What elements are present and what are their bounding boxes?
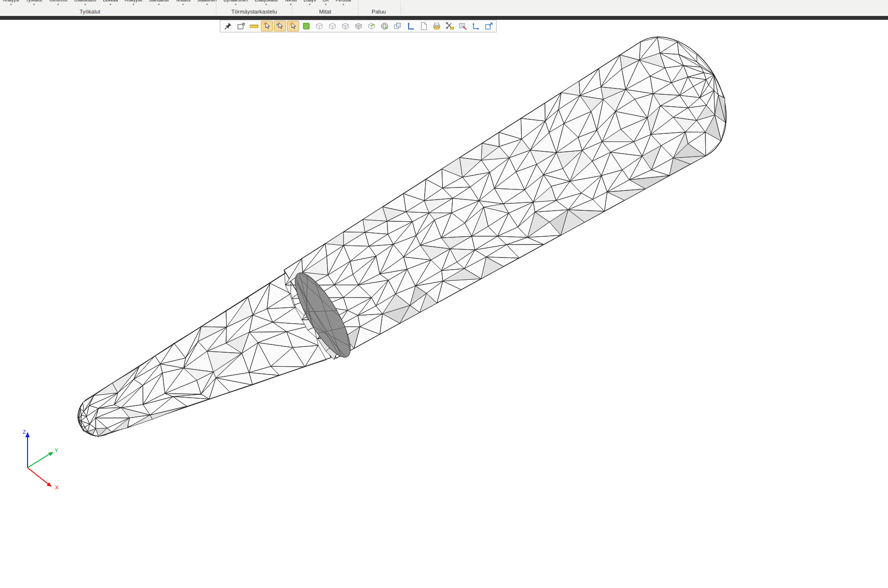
view-toolbar [220, 20, 497, 32]
print-icon [432, 21, 442, 31]
print-icon[interactable] [430, 21, 443, 31]
ribbon-group-label-0: Työkalut [80, 9, 100, 14]
hidden-line-cube-icon [328, 21, 337, 31]
solid-view-icon [301, 21, 311, 31]
ribbon-group-label-2: Mitat [319, 9, 331, 14]
ribbon-group-label-3: Paluu [372, 9, 386, 14]
menu-item-9[interactable]: Dynaaminen [224, 0, 248, 6]
export-curve-icon[interactable] [404, 21, 416, 31]
ribbon-menu-row: AnalyysiTyökalutToiminnotOsaluetteloLeik… [3, 0, 351, 6]
pin-icon[interactable] [222, 21, 234, 31]
copy-layers-icon[interactable] [391, 21, 403, 31]
table-wand-icon [458, 21, 468, 31]
measure-icon [249, 21, 259, 31]
ribbon-group-separator [358, 1, 358, 15]
axis-arrows-icon[interactable] [470, 21, 482, 31]
ribbon: AnalyysiTyökalutToiminnotOsaluetteloLeik… [0, 0, 888, 16]
menu-item-0[interactable]: Analyysi [3, 0, 19, 6]
document-icon[interactable] [417, 21, 430, 31]
wire-cube-icon [315, 21, 324, 31]
export-curve-icon [406, 21, 415, 31]
menu-item-4[interactable]: Leikkaa [103, 0, 118, 6]
axis-arrows-icon [471, 21, 481, 31]
select-direction-icon [275, 21, 285, 31]
menu-item-12[interactable]: Lisäys [303, 0, 316, 6]
mesh-sphere-icon [380, 21, 389, 31]
fit-view-icon[interactable] [235, 21, 247, 31]
handle-mesh [284, 37, 726, 359]
blade-mesh [78, 270, 331, 436]
ribbon-group-separator [216, 1, 216, 15]
export-cut-icon[interactable] [444, 21, 456, 31]
menu-item-7[interactable]: Testaus [175, 0, 190, 6]
axis-z-label: Z [23, 429, 26, 435]
axis-y-label: Y [55, 447, 58, 453]
menu-item-1[interactable]: Työkalut [26, 0, 43, 6]
menu-item-13[interactable]: OK [323, 0, 329, 6]
ribbon-group-label-1: Törmäystarkastelu [231, 9, 277, 14]
transparent-cube-icon[interactable] [339, 21, 351, 31]
pin-icon [223, 21, 233, 31]
select-direction-icon[interactable] [274, 21, 286, 31]
section-cube-icon[interactable] [365, 21, 377, 31]
mesh-sphere-icon[interactable] [378, 21, 390, 31]
export-cut-icon [445, 21, 455, 31]
copy-layers-icon [393, 21, 402, 31]
select-point-icon [262, 21, 272, 31]
axis-x-label: X [55, 485, 59, 490]
menu-item-11[interactable]: Tekstit [285, 0, 297, 6]
ribbon-group-separator [292, 1, 292, 15]
solid-view-icon[interactable] [300, 21, 312, 31]
menu-item-10[interactable]: Lisätyökalut [255, 0, 278, 6]
select-probe-icon [288, 21, 298, 31]
menu-item-5[interactable]: Analyysit [125, 0, 142, 6]
wire-cube-icon[interactable] [313, 21, 325, 31]
open-window-icon [484, 21, 494, 31]
menu-item-2[interactable]: Toiminnot [49, 0, 68, 6]
shaded-cube-icon[interactable] [352, 21, 364, 31]
section-cube-icon [367, 21, 376, 31]
fit-view-icon [236, 21, 246, 31]
table-wand-icon[interactable] [457, 21, 469, 31]
ribbon-group-separator [401, 1, 401, 15]
hidden-line-cube-icon[interactable] [326, 21, 338, 31]
shaded-cube-icon [354, 21, 363, 31]
menu-item-8[interactable]: Staattinen [197, 0, 217, 6]
open-window-icon[interactable] [483, 21, 495, 31]
select-point-icon[interactable] [261, 21, 273, 31]
document-icon [419, 21, 429, 31]
menu-item-3[interactable]: Osaluettelo [74, 0, 97, 6]
viewport-3d[interactable] [0, 0, 888, 588]
transparent-cube-icon [341, 21, 350, 31]
viewport-top-strip [0, 16, 888, 20]
select-probe-icon[interactable] [287, 21, 299, 31]
menu-item-14[interactable]: Peruuta [336, 0, 351, 6]
menu-item-6[interactable]: Standardit [149, 0, 169, 6]
axis-triad: Z Y X [14, 424, 81, 497]
measure-icon[interactable] [248, 21, 260, 31]
